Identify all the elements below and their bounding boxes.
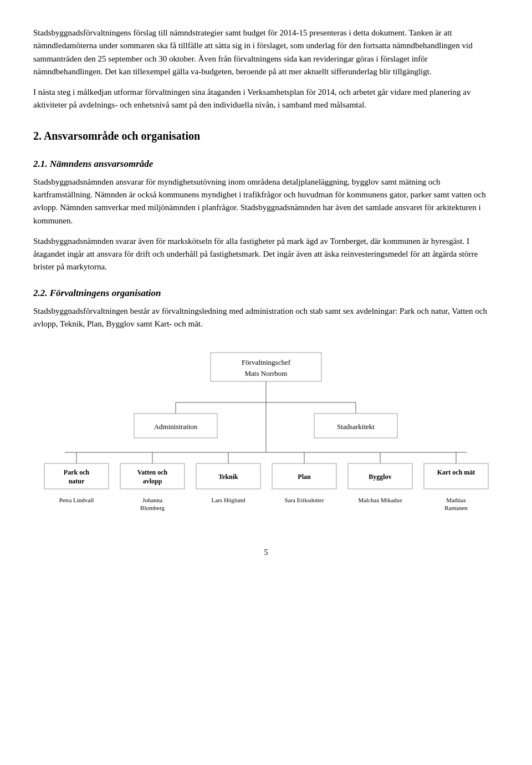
- paragraph-namndens: Stadsbyggnadsnämnden ansvarar för myndig…: [33, 176, 499, 227]
- svg-text:Kart och mät: Kart och mät: [437, 468, 475, 476]
- svg-text:Sara Eriksdotter: Sara Eriksdotter: [284, 497, 324, 503]
- sub-heading-2-2: 2.2. Förvaltningens organisation: [33, 286, 499, 300]
- svg-text:Teknik: Teknik: [218, 473, 238, 481]
- svg-text:Mats Norrbom: Mats Norrbom: [245, 369, 288, 378]
- paragraph-intro: Stadsbyggnadsförvaltningens förslag till…: [33, 27, 499, 78]
- svg-rect-23: [120, 463, 185, 489]
- sub-heading-2-1: 2.1. Nämndens ansvarsområde: [33, 157, 499, 171]
- svg-text:natur: natur: [69, 477, 85, 485]
- paragraph-organisation: Stadsbyggnadsförvaltningen består av för…: [33, 305, 499, 331]
- svg-text:Stadsarkitekt: Stadsarkitekt: [337, 422, 375, 431]
- svg-text:Blomberg: Blomberg: [140, 504, 165, 511]
- svg-text:Vatten och: Vatten och: [137, 468, 168, 476]
- svg-text:Petra Lindvall: Petra Lindvall: [59, 497, 94, 503]
- paragraph-next-step: I nästa steg i målkedjan utformar förval…: [33, 86, 499, 112]
- svg-text:avlopp: avlopp: [143, 477, 162, 485]
- svg-text:Lars Höglund: Lars Höglund: [212, 497, 245, 503]
- svg-text:Johanna: Johanna: [142, 497, 162, 503]
- svg-text:Malchaz Mikadze: Malchaz Mikadze: [358, 497, 402, 503]
- paragraph-markskotseln: Stadsbyggnadsnämnden svarar även för mar…: [33, 235, 499, 274]
- svg-text:Park och: Park och: [64, 468, 90, 476]
- page-number: 5: [33, 547, 499, 559]
- org-chart: Förvaltningschef Mats Norrbom Administra…: [33, 347, 499, 524]
- svg-text:Rantanen: Rantanen: [444, 504, 468, 511]
- svg-rect-37: [424, 463, 488, 489]
- svg-text:Administration: Administration: [154, 422, 198, 431]
- org-chart-svg: Förvaltningschef Mats Norrbom Administra…: [39, 347, 493, 524]
- section-2-heading: 2. Ansvarsområde och organisation: [33, 128, 499, 145]
- svg-text:Bygglov: Bygglov: [369, 473, 391, 481]
- svg-text:Förvaltningschef: Förvaltningschef: [242, 358, 291, 366]
- svg-text:Mathias: Mathias: [446, 497, 466, 503]
- svg-rect-19: [44, 463, 109, 489]
- svg-text:Plan: Plan: [298, 473, 311, 481]
